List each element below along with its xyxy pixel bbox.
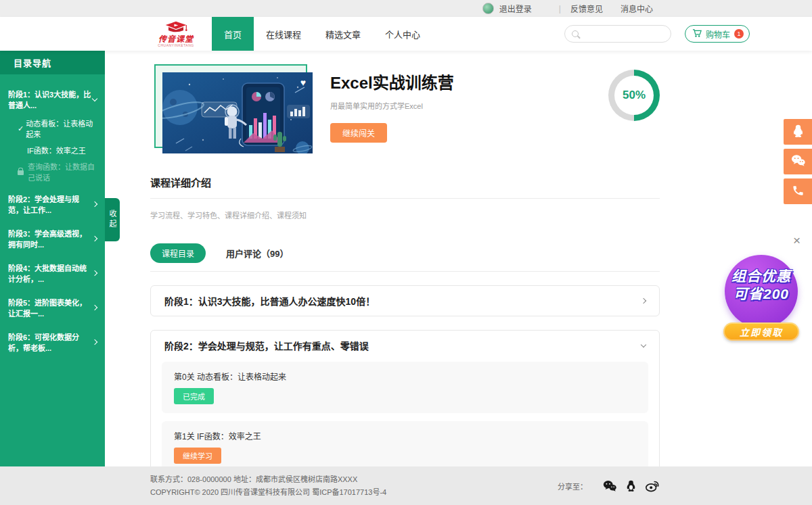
promo-line2: 可省200 [723, 285, 800, 303]
sidebar-stage-label: 阶段2：学会处理与规范，让工作... [8, 193, 93, 215]
sidebar-stage-1[interactable]: 阶段1：认识3大技能，比普通人... [0, 84, 105, 115]
course-info: Excel实战训练营 用最简单实用的方式学Excel 继续闯关 [330, 64, 454, 153]
sidebar-lesson-dashboard[interactable]: ✓ 动态看板：让表格动起来 [0, 115, 105, 142]
chevron-right-icon [92, 270, 97, 276]
favorite-heart-icon[interactable]: ♥ [300, 78, 306, 87]
search-icon [572, 30, 579, 37]
course-hero: ♥ Excel实战训练营 用最简单实用的方式学Excel 继续闯关 50% [150, 64, 660, 153]
section-title: 课程详细介绍 [150, 175, 660, 199]
sidebar-stage-6[interactable]: 阶段6：可视化数据分析，帮老板... [0, 327, 105, 358]
footer-contact: 联系方式：028-0000000 地址：成都市武侯区槐树店南路XXXX [150, 473, 386, 486]
course-title: Excel实战训练营 [330, 70, 454, 93]
search-input[interactable] [565, 26, 671, 42]
site-logo[interactable]: 传音课堂 CHUANYINKETANG [145, 21, 206, 47]
sidebar-stage-label: 阶段5：进阶图表美化，让汇报一... [8, 297, 93, 318]
progress-value: 50% [608, 70, 660, 121]
progress-ring: 50% [608, 70, 660, 121]
cart-icon [692, 28, 702, 40]
promo-close-icon[interactable]: × [793, 234, 800, 247]
check-icon: ✓ [18, 124, 26, 133]
promo-line1: 组合优惠 [723, 268, 800, 285]
sidebar-lesson-label: 动态看板：让表格动起来 [26, 118, 98, 139]
sidebar-lesson-locked[interactable]: 查询函数：让数据自己说话 [0, 158, 105, 185]
sidebar-stage-4[interactable]: 阶段4：大批数据自动统计分析，... [0, 258, 105, 289]
nav-item-profile[interactable]: 个人中心 [373, 17, 432, 51]
chevron-right-icon [92, 339, 97, 345]
wechat-contact-button[interactable] [784, 149, 812, 174]
sidebar-lesson-label: 查询函数：让数据自己说话 [28, 161, 98, 183]
sidebar-lesson-label: IF函数：效率之王 [27, 145, 86, 155]
logo-subtitle: CHUANYINKETANG [158, 44, 194, 47]
chevron-right-icon [92, 201, 97, 207]
chevron-down-icon [641, 341, 646, 347]
share-label: 分享至： [558, 481, 587, 491]
contact-rail [784, 119, 812, 208]
course-image-frame: ♥ [162, 72, 313, 153]
feedback-link[interactable]: 反馈意见 [570, 3, 603, 14]
sidebar-lesson-if[interactable]: IF函数：效率之王 [0, 142, 105, 158]
accordion-stage-1-header[interactable]: 阶段1：认识3大技能，比普通人办公速度快10倍！ [151, 286, 659, 316]
sidebar-stage-5[interactable]: 阶段5：进阶图表美化，让汇报一... [0, 292, 105, 323]
wechat-icon [790, 153, 806, 170]
lesson-status-badge[interactable]: 已完成 [174, 388, 214, 404]
lesson-row-1[interactable]: 第1关 IF函数：效率之王 继续学习 [162, 421, 648, 473]
cart-label: 购物车 [706, 28, 730, 40]
sidebar-stage-1-label: 阶段1：认识3大技能，比普通人... [8, 89, 93, 110]
section-description: 学习流程、学习特色、课程详细介绍、课程须知 [150, 210, 660, 220]
nav-item-articles[interactable]: 精选文章 [313, 17, 373, 51]
main-nav: 传音课堂 CHUANYINKETANG 首页 在线课程 精选文章 个人中心 搜索… [0, 17, 812, 51]
qq-icon [792, 124, 805, 141]
promo-text[interactable]: 组合优惠 可省200 [723, 268, 800, 304]
sidebar-stage-label: 阶段6：可视化数据分析，帮老板... [8, 331, 93, 353]
sidebar-stage-label: 阶段4：大批数据自动统计分析，... [8, 262, 93, 284]
cart-button[interactable]: 购物车 1 [685, 25, 750, 43]
lesson-title: 第0关 动态看板：让表格动起来 [174, 370, 636, 382]
weibo-share-icon[interactable] [645, 479, 660, 492]
phone-contact-button[interactable] [784, 178, 812, 204]
nav-item-courses[interactable]: 在线课程 [254, 17, 313, 51]
accordion-stage-2-title: 阶段2：学会处理与规范，让工作有重点、零错误 [164, 339, 369, 352]
chevron-right-icon [92, 236, 97, 241]
messages-link[interactable]: 消息中心 [621, 3, 653, 14]
logout-link[interactable]: 退出登录 [499, 3, 532, 14]
nav-items: 首页 在线课程 精选文章 个人中心 [212, 17, 432, 51]
sidebar-stage-label: 阶段3：学会高级透视，拥有同时... [8, 228, 93, 249]
cart-count-badge: 1 [734, 29, 744, 39]
course-cover-image[interactable] [162, 72, 313, 153]
sidebar-stage-2[interactable]: 阶段2：学会处理与规范，让工作... [0, 189, 105, 220]
logo-title: 传音课堂 [158, 35, 194, 43]
user-avatar[interactable] [482, 3, 494, 14]
search-bar: 搜索 [564, 25, 671, 43]
lesson-title: 第1关 IF函数：效率之王 [174, 430, 636, 441]
lock-icon [18, 170, 24, 175]
catalog-sidebar: 目录导航 阶段1：认识3大技能，比普通人... ✓ 动态看板：让表格动起来 IF… [0, 51, 105, 466]
main-content: ♥ Excel实战训练营 用最简单实用的方式学Excel 继续闯关 50% 课程… [105, 51, 812, 466]
topbar-divider: | [559, 4, 561, 14]
sidebar-collapse-tab[interactable]: 收起 [105, 198, 120, 241]
accordion-stage-1-title: 阶段1：认识3大技能，比普通人办公速度快10倍！ [164, 294, 375, 308]
sidebar-stage-3[interactable]: 阶段3：学会高级透视，拥有同时... [0, 223, 105, 254]
tab-catalog[interactable]: 课程目录 [150, 243, 206, 263]
qq-contact-button[interactable] [784, 119, 812, 145]
sidebar-list: 阶段1：认识3大技能，比普通人... ✓ 动态看板：让表格动起来 IF函数：效率… [0, 74, 105, 358]
qq-share-icon[interactable] [625, 479, 637, 492]
course-subtitle: 用最简单实用的方式学Excel [330, 100, 454, 111]
logo-icon [161, 21, 191, 34]
nav-item-home[interactable]: 首页 [212, 17, 254, 51]
footer: 联系方式：028-0000000 地址：成都市武侯区槐树店南路XXXX COPY… [0, 466, 812, 505]
wechat-share-icon[interactable] [602, 479, 617, 492]
promo-claim-button[interactable]: 立即领取 [723, 322, 799, 341]
continue-button[interactable]: 继续闯关 [330, 123, 387, 143]
chevron-down-icon [92, 95, 97, 101]
accordion-stage-2-header[interactable]: 阶段2：学会处理与规范，让工作有重点、零错误 [151, 331, 659, 360]
chevron-right-icon [641, 298, 646, 304]
footer-text: 联系方式：028-0000000 地址：成都市武侯区槐树店南路XXXX COPY… [150, 473, 386, 498]
phone-icon [792, 184, 805, 199]
topbar: 退出登录 | 反馈意见 消息中心 [0, 0, 812, 17]
tab-comments[interactable]: 用户评论（99） [226, 247, 288, 260]
accordion-stage-1: 阶段1：认识3大技能，比普通人办公速度快10倍！ [150, 285, 660, 316]
lesson-row-0[interactable]: 第0关 动态看板：让表格动起来 已完成 [162, 362, 648, 413]
footer-copyright: COPYRIGHT© 2020 四川传音课堂科技有限公司 蜀ICP备170177… [150, 486, 386, 499]
lesson-status-badge[interactable]: 继续学习 [174, 448, 221, 464]
share-bar: 分享至： [558, 479, 660, 492]
